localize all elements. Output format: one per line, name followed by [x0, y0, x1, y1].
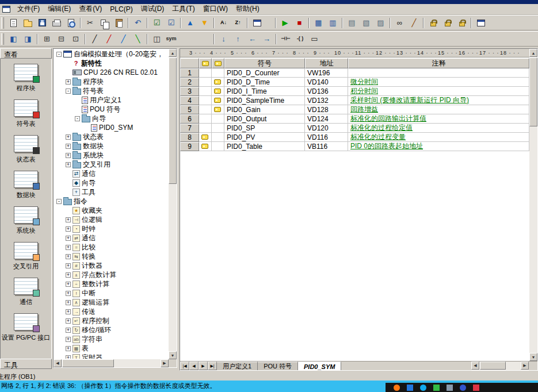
size-grip[interactable] [529, 362, 537, 370]
stop-button[interactable]: ■ [293, 17, 306, 29]
sidebar-item-communication[interactable]: 通信 [1, 272, 51, 308]
tree-item-33[interactable]: +▦表 [54, 344, 168, 353]
tree-horizontal-scrollbar[interactable]: ◀ ▶ [54, 359, 169, 367]
menu-item-8[interactable]: 帮助(H) [232, 3, 264, 16]
copy-button[interactable] [98, 17, 111, 29]
expand-icon[interactable]: + [66, 355, 71, 359]
tree-item-10[interactable]: +状态表 [54, 132, 168, 141]
collapse-icon[interactable]: - [56, 199, 62, 204]
comment-cell[interactable]: 标准化的过程变量 [348, 133, 529, 142]
scroll-up-icon[interactable]: ▲ [169, 49, 177, 57]
scroll-down-icon[interactable]: ▼ [169, 351, 177, 359]
sheet-tab-2[interactable]: POU 符号 [258, 362, 298, 370]
tree-item-26[interactable]: +÷整数计算 [54, 279, 168, 289]
insert-coil-button[interactable]: -( ) [293, 33, 307, 45]
insert-contact-button[interactable]: ⊣⊢ [279, 33, 292, 45]
scroll-left-icon[interactable]: ◀ [471, 362, 479, 370]
taskbar-icon-1[interactable] [394, 385, 400, 391]
tree-item-30[interactable]: +↵程序控制 [54, 316, 168, 325]
menu-item-7[interactable]: 窗口(W) [199, 3, 232, 16]
tools-sidebar-header[interactable]: 工具 [0, 359, 52, 369]
prev-sheet-button[interactable]: ◀ [189, 362, 199, 370]
tree-item-20[interactable]: +◔时钟 [54, 224, 168, 233]
tree-hscroll-thumb[interactable] [62, 359, 114, 367]
force-lock-button[interactable] [426, 17, 440, 29]
flag-column-header[interactable] [199, 58, 212, 68]
new-file-button[interactable] [7, 17, 20, 29]
menu-item-2[interactable]: 编辑(E) [44, 3, 75, 16]
expand-icon[interactable]: + [66, 217, 71, 222]
scroll-right-icon[interactable]: ▶ [161, 359, 169, 367]
insert-box-button[interactable]: ▭ [308, 33, 321, 45]
tree-item-27[interactable]: +!中断 [54, 289, 168, 298]
tree-item-16[interactable]: +工具 [54, 187, 168, 197]
run-button[interactable]: ▶ [278, 17, 292, 29]
expand-icon[interactable]: + [66, 263, 71, 268]
pause-chart-button[interactable]: ▧ [360, 17, 373, 29]
next-sheet-button[interactable]: ▶ [199, 362, 208, 370]
expand-icon[interactable]: + [66, 346, 71, 351]
row-number[interactable]: 9 [180, 142, 199, 151]
monitor-glasses-button[interactable]: ∞ [393, 17, 406, 29]
last-sheet-button[interactable]: ▶| [208, 362, 217, 370]
scroll-right-icon[interactable]: ▶ [521, 362, 529, 370]
collapse-icon[interactable]: - [66, 89, 71, 94]
first-sheet-button[interactable]: |◀ [180, 362, 189, 370]
chart-status-button[interactable]: ▤ [345, 17, 358, 29]
row-number[interactable]: 7 [180, 124, 199, 133]
save-button[interactable] [36, 17, 49, 29]
delete-network-button[interactable]: ⊟ [55, 33, 68, 45]
taskbar-icon-2[interactable] [407, 385, 413, 391]
print-button[interactable] [50, 17, 63, 29]
taskbar-icon-4[interactable] [433, 385, 440, 391]
address-cell[interactable]: VD116 [305, 133, 348, 142]
tree-item-22[interactable]: +=比较 [54, 243, 168, 252]
menu-item-5[interactable]: 调试(D) [137, 3, 169, 16]
symbol-name-cell[interactable]: PID0_D_Time [224, 78, 305, 87]
address-cell[interactable]: VD128 [305, 105, 348, 114]
sidebar-item-status-chart[interactable]: 状态表 [1, 130, 51, 166]
line-right-button[interactable]: → [260, 33, 273, 45]
row-number[interactable]: 3 [180, 87, 199, 96]
view-sidebar-header[interactable]: 查看 [0, 48, 52, 59]
taskbar-icon-7[interactable] [473, 385, 479, 391]
expand-icon[interactable]: + [66, 144, 71, 149]
table-vertical-scrollbar[interactable]: ▲ ▼ [529, 49, 537, 361]
table-vscroll-thumb[interactable] [529, 57, 537, 126]
comment-cell[interactable]: 标准化的过程给定值 [348, 124, 529, 133]
expand-icon[interactable]: + [66, 328, 71, 333]
toolbar-grip[interactable] [1, 17, 4, 29]
tree-item-17[interactable]: -指令 [54, 197, 168, 206]
menu-item-6[interactable]: 工具(T) [168, 3, 199, 16]
app-icon[interactable] [2, 6, 10, 13]
scroll-left-icon[interactable]: ◀ [54, 359, 62, 367]
row-number[interactable]: 6 [180, 114, 199, 124]
collapse-icon[interactable]: - [75, 116, 80, 121]
row-number[interactable]: 2 [180, 78, 199, 87]
expand-icon[interactable]: + [66, 236, 71, 241]
tree-item-1[interactable]: -自编模拟量处理（0-20毫安， [54, 49, 168, 59]
tree-item-34[interactable]: +T定时器 [54, 353, 168, 359]
sort-ascending-button[interactable]: A↓ [217, 17, 230, 29]
tree-item-12[interactable]: +系统块 [54, 151, 168, 160]
print-preview-button[interactable] [64, 17, 78, 29]
expand-icon[interactable]: + [66, 153, 71, 158]
edit-cell-button[interactable]: ⊡ [69, 33, 82, 45]
expand-icon[interactable]: + [66, 254, 71, 259]
paste-button[interactable] [112, 17, 125, 29]
address-cell[interactable]: VD124 [305, 114, 348, 124]
bookmark-button[interactable] [474, 17, 487, 29]
table-hscroll-thumb[interactable] [480, 362, 506, 370]
comment-cell[interactable] [348, 68, 529, 78]
symbol-name-cell[interactable]: PID0_Output [224, 114, 305, 124]
sidebar-item-system-block[interactable]: 系统块 [1, 201, 51, 237]
expand-icon[interactable]: + [66, 162, 71, 167]
comment-cell[interactable]: 积分时间 [348, 87, 529, 96]
tree-item-13[interactable]: +交叉引用 [54, 160, 168, 169]
expand-icon[interactable]: + [66, 300, 71, 305]
line-up-button[interactable]: ↑ [231, 33, 245, 45]
tree-item-29[interactable]: +→传送 [54, 307, 168, 316]
tree-item-28[interactable]: +∧逻辑运算 [54, 298, 168, 307]
sheet-tab-1[interactable]: 用户定义1 [217, 362, 258, 370]
undo-button[interactable]: ↶ [131, 17, 144, 29]
